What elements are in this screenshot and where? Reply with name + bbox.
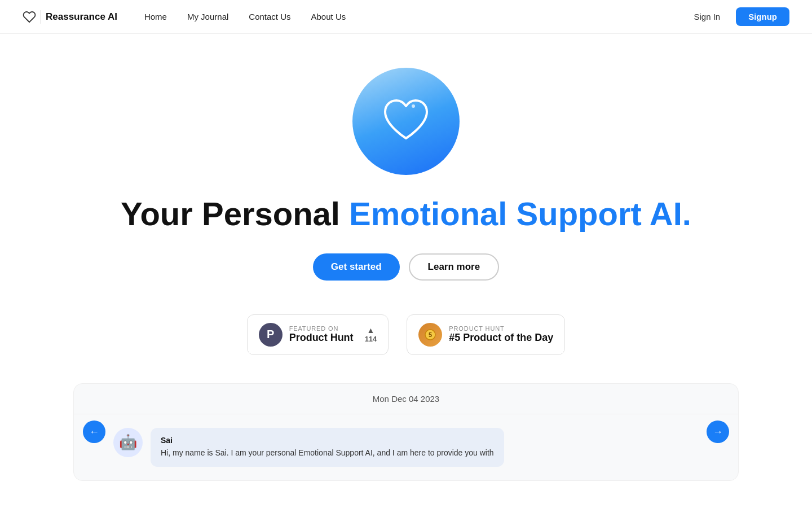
badge-product-hunt-featured[interactable]: P FEATURED ON Product Hunt ▲ 114 bbox=[247, 314, 389, 355]
get-started-button[interactable]: Get started bbox=[313, 253, 400, 281]
hero-buttons: Get started Learn more bbox=[313, 253, 499, 281]
badges-row: P FEATURED ON Product Hunt ▲ 114 5 PRODU… bbox=[247, 314, 566, 355]
hero-title-black: Your Personal bbox=[121, 195, 340, 232]
hero-title: Your Personal Emotional Support AI. bbox=[121, 195, 691, 233]
heart-icon bbox=[23, 10, 36, 24]
vote-count: 114 bbox=[365, 335, 377, 343]
logo[interactable]: Reassurance AI bbox=[23, 10, 117, 24]
navbar: Reassurance AI Home My Journal Contact U… bbox=[0, 0, 812, 34]
learn-more-button[interactable]: Learn more bbox=[409, 253, 500, 281]
nav-divider bbox=[41, 10, 41, 24]
logo-text: Reassurance AI bbox=[46, 11, 117, 23]
badge-text-featured: FEATURED ON Product Hunt bbox=[289, 325, 354, 344]
product-hunt-icon: P bbox=[259, 323, 283, 347]
nav-link-my-journal[interactable]: My Journal bbox=[178, 8, 237, 25]
chat-next-button[interactable]: → bbox=[707, 421, 729, 443]
badge-featured-name: Product Hunt bbox=[289, 332, 354, 344]
hero-icon-circle bbox=[352, 68, 460, 175]
badge-votes: ▲ 114 bbox=[365, 326, 377, 343]
badge-product-of-day[interactable]: 5 PRODUCT HUNT #5 Product of the Day bbox=[407, 314, 565, 355]
chat-message: Hi, my name is Sai. I am your personal E… bbox=[161, 447, 494, 459]
chat-bubble: Sai Hi, my name is Sai. I am your person… bbox=[151, 428, 504, 467]
signin-button[interactable]: Sign In bbox=[687, 8, 727, 25]
nav-link-home[interactable]: Home bbox=[135, 8, 176, 25]
badge-day-name: #5 Product of the Day bbox=[449, 332, 553, 344]
svg-point-0 bbox=[412, 104, 415, 108]
nav-link-about-us[interactable]: About Us bbox=[302, 8, 355, 25]
nav-left: Reassurance AI Home My Journal Contact U… bbox=[23, 8, 355, 25]
signup-button[interactable]: Signup bbox=[736, 7, 789, 26]
ai-avatar: 🤖 bbox=[113, 428, 143, 457]
chat-date: Mon Dec 04 2023 bbox=[74, 384, 738, 414]
chat-sender: Sai bbox=[161, 436, 494, 445]
nav-link-contact-us[interactable]: Contact Us bbox=[240, 8, 299, 25]
chat-prev-button[interactable]: ← bbox=[83, 421, 105, 443]
nav-right: Sign In Signup bbox=[687, 7, 789, 26]
hero-heart-icon bbox=[375, 90, 437, 152]
svg-text:5: 5 bbox=[429, 331, 432, 338]
chat-body: 🤖 Sai Hi, my name is Sai. I am your pers… bbox=[74, 414, 738, 480]
chat-preview: Mon Dec 04 2023 ← → 🤖 Sai Hi, my name is… bbox=[73, 383, 739, 481]
badge-day-label: PRODUCT HUNT bbox=[449, 325, 553, 332]
nav-links: Home My Journal Contact Us About Us bbox=[135, 8, 355, 25]
badge-text-day: PRODUCT HUNT #5 Product of the Day bbox=[449, 325, 553, 344]
hero-section: Your Personal Emotional Support AI. Get … bbox=[0, 34, 812, 503]
badge-featured-label: FEATURED ON bbox=[289, 325, 354, 332]
upvote-arrow-icon: ▲ bbox=[367, 326, 375, 335]
hero-title-blue: Emotional Support AI. bbox=[349, 195, 691, 232]
medal-icon: 5 bbox=[418, 323, 442, 347]
medal-svg: 5 bbox=[424, 329, 436, 341]
